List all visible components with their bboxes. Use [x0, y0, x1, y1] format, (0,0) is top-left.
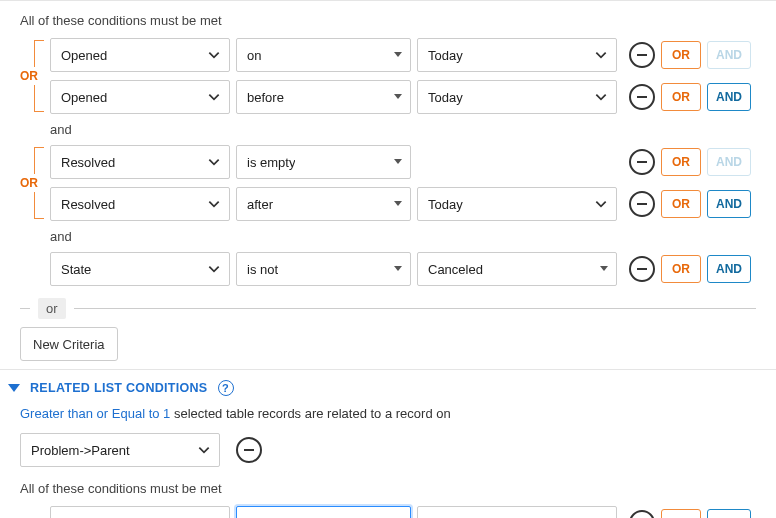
field-select-value: State — [61, 262, 91, 277]
operator-select[interactable]: is — [236, 506, 411, 518]
minus-icon — [637, 54, 647, 56]
operator-select[interactable]: is empty — [236, 145, 411, 179]
collapse-triangle-icon — [8, 384, 20, 392]
operator-select-value: on — [247, 48, 261, 63]
remove-related-button[interactable] — [236, 437, 262, 463]
add-or-button[interactable]: OR — [661, 190, 701, 218]
field-select-value: Resolved — [61, 197, 115, 212]
value-select-value: Canceled — [428, 262, 483, 277]
chevron-down-icon — [207, 155, 221, 169]
or-connector-label: OR — [20, 67, 38, 85]
add-and-button[interactable]: AND — [707, 255, 751, 283]
field-select[interactable]: Opened — [50, 38, 230, 72]
or-separator: or — [20, 298, 756, 319]
or-chip-button[interactable]: or — [38, 298, 66, 319]
condition-row: Opened on Today OR AND — [50, 34, 756, 76]
or-group: OR Opened on Today OR AND — [20, 34, 756, 118]
value-select-value: Today — [428, 197, 463, 212]
and-connector-label: and — [50, 122, 756, 137]
conditions-heading: All of these conditions must be met — [20, 13, 756, 28]
related-table-value: Problem->Parent — [31, 443, 130, 458]
and-connector-label: and — [50, 229, 756, 244]
operator-select[interactable]: on — [236, 38, 411, 72]
caret-down-icon — [600, 266, 608, 271]
condition-row: Opened before Today OR AND — [50, 76, 756, 118]
condition-row: State is not Canceled OR AND — [50, 248, 756, 290]
value-select[interactable]: Open — [417, 506, 617, 518]
chevron-down-icon — [207, 262, 221, 276]
chevron-down-icon — [594, 197, 608, 211]
new-criteria-button[interactable]: New Criteria — [20, 327, 118, 361]
caret-down-icon — [394, 201, 402, 206]
remove-condition-button[interactable] — [629, 42, 655, 68]
add-or-button[interactable]: OR — [661, 509, 701, 518]
or-group: OR Resolved is empty OR AND Resolved — [20, 141, 756, 225]
add-and-button[interactable]: AND — [707, 190, 751, 218]
chevron-down-icon — [594, 48, 608, 62]
minus-icon — [637, 161, 647, 163]
remove-condition-button[interactable] — [629, 191, 655, 217]
add-or-button[interactable]: OR — [661, 41, 701, 69]
minus-icon — [637, 268, 647, 270]
chevron-down-icon — [207, 90, 221, 104]
operator-select-value: before — [247, 90, 284, 105]
add-and-button[interactable]: AND — [707, 83, 751, 111]
related-conditions-heading: All of these conditions must be met — [20, 481, 756, 496]
add-or-button[interactable]: OR — [661, 83, 701, 111]
add-and-button: AND — [707, 41, 751, 69]
chevron-down-icon — [197, 443, 211, 457]
operator-select[interactable]: before — [236, 80, 411, 114]
add-or-button[interactable]: OR — [661, 255, 701, 283]
value-select[interactable]: Canceled — [417, 252, 617, 286]
field-select[interactable]: State — [50, 252, 230, 286]
add-and-button[interactable]: AND — [707, 509, 751, 518]
caret-down-icon — [394, 159, 402, 164]
operator-select-value: after — [247, 197, 273, 212]
related-table-select[interactable]: Problem->Parent — [20, 433, 220, 467]
remove-condition-button[interactable] — [629, 84, 655, 110]
chevron-down-icon — [207, 48, 221, 62]
condition-row: Resolved after Today OR AND — [50, 183, 756, 225]
field-select-value: Opened — [61, 48, 107, 63]
add-or-button[interactable]: OR — [661, 148, 701, 176]
field-select[interactable]: Opened — [50, 80, 230, 114]
caret-down-icon — [394, 52, 402, 57]
operator-select[interactable]: is not — [236, 252, 411, 286]
field-select[interactable]: Resolved — [50, 187, 230, 221]
caret-down-icon — [394, 94, 402, 99]
field-select-value: Opened — [61, 90, 107, 105]
operator-select-value: is empty — [247, 155, 295, 170]
field-select[interactable]: Resolved — [50, 145, 230, 179]
field-select-value: Resolved — [61, 155, 115, 170]
related-list-title: RELATED LIST CONDITIONS — [30, 381, 208, 395]
condition-row: State is Open OR AND — [50, 502, 756, 518]
minus-icon — [244, 449, 254, 451]
help-icon[interactable]: ? — [218, 380, 234, 396]
value-select[interactable]: Today — [417, 38, 617, 72]
related-list-header[interactable]: RELATED LIST CONDITIONS ? — [0, 370, 776, 402]
value-select-value: Today — [428, 90, 463, 105]
minus-icon — [637, 96, 647, 98]
add-and-button: AND — [707, 148, 751, 176]
chevron-down-icon — [594, 90, 608, 104]
value-select[interactable]: Today — [417, 80, 617, 114]
condition-row: Resolved is empty OR AND — [50, 141, 756, 183]
remove-condition-button[interactable] — [629, 256, 655, 282]
field-select[interactable]: State — [50, 506, 230, 518]
related-count-link[interactable]: Greater than or Equal to 1 — [20, 406, 170, 421]
remove-condition-button[interactable] — [629, 510, 655, 518]
remove-condition-button[interactable] — [629, 149, 655, 175]
or-connector-label: OR — [20, 174, 38, 192]
minus-icon — [637, 203, 647, 205]
value-select-value: Today — [428, 48, 463, 63]
caret-down-icon — [394, 266, 402, 271]
operator-select[interactable]: after — [236, 187, 411, 221]
value-select[interactable]: Today — [417, 187, 617, 221]
related-summary-rest: selected table records are related to a … — [170, 406, 450, 421]
chevron-down-icon — [207, 197, 221, 211]
related-summary-line: Greater than or Equal to 1 selected tabl… — [20, 406, 756, 421]
operator-select-value: is not — [247, 262, 278, 277]
